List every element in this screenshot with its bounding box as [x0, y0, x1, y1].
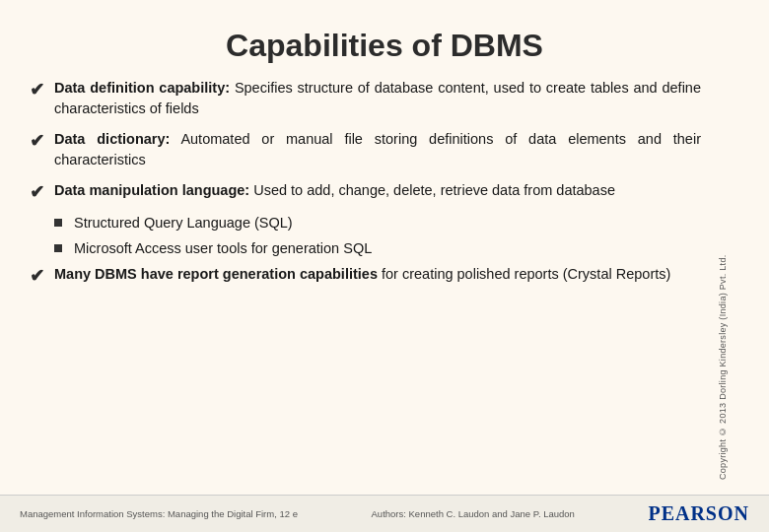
- list-item: Structured Query Language (SQL): [54, 213, 701, 233]
- bullet-text-1: Data definition capability: Specifies st…: [54, 78, 701, 119]
- bullet-icon-2: ✔: [30, 130, 44, 152]
- page-container: Capabilities of DBMS ✔ Data definition c…: [0, 0, 769, 532]
- title-section: Capabilities of DBMS: [20, 10, 749, 78]
- bullet-text-2: Data dictionary: Automated or manual fil…: [54, 129, 701, 170]
- main-content: Capabilities of DBMS ✔ Data definition c…: [0, 0, 769, 495]
- bullet-list: ✔ Data definition capability: Specifies …: [20, 78, 716, 485]
- footer-content: Management Information Systems: Managing…: [20, 502, 749, 525]
- list-item: ✔ Data dictionary: Automated or manual f…: [30, 129, 701, 170]
- square-bullet-icon: [54, 244, 62, 252]
- bullet-text-3: Data manipulation language: Used to add,…: [54, 180, 615, 201]
- page-title: Capabilities of DBMS: [226, 28, 543, 63]
- sub-bullet-list: Structured Query Language (SQL) Microsof…: [54, 213, 701, 259]
- bullet-icon-3: ✔: [30, 181, 44, 203]
- list-item: ✔ Data manipulation language: Used to ad…: [30, 180, 701, 203]
- bullet-text-4: Many DBMS have report generation capabil…: [54, 264, 670, 285]
- list-item: Microsoft Access user tools for generati…: [54, 238, 701, 259]
- content-area: ✔ Data definition capability: Specifies …: [20, 78, 749, 485]
- footer-left-text: Management Information Systems: Managing…: [20, 508, 298, 519]
- list-item: ✔ Data definition capability: Specifies …: [30, 78, 701, 119]
- sub-bullet-text-2: Microsoft Access user tools for generati…: [74, 238, 372, 259]
- sub-bullet-text-1: Structured Query Language (SQL): [74, 213, 293, 233]
- bullet-icon-1: ✔: [30, 79, 44, 100]
- bullet-icon-4: ✔: [30, 265, 44, 287]
- pearson-logo: PEARSON: [648, 502, 749, 525]
- footer-right-text: Authors: Kenneth C. Laudon and Jane P. L…: [372, 508, 575, 519]
- sidebar-copyright: Copyright © 2013 Dorling Kindersley (Ind…: [716, 78, 730, 485]
- list-item: ✔ Many DBMS have report generation capab…: [30, 264, 701, 287]
- square-bullet-icon: [54, 219, 62, 227]
- footer: Management Information Systems: Managing…: [0, 495, 769, 532]
